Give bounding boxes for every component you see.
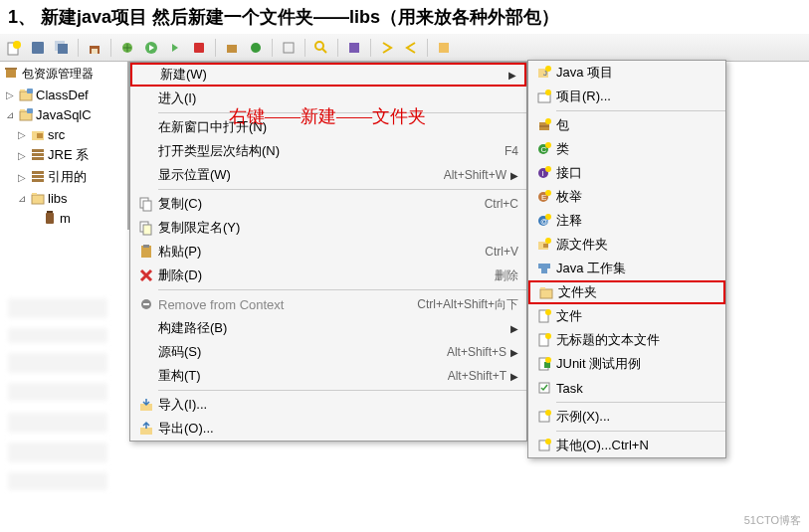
expander-icon[interactable]: ▷: [16, 150, 28, 161]
svg-point-76: [545, 309, 551, 315]
new-icon[interactable]: [4, 38, 24, 58]
context-menu-item[interactable]: 导入(I)...: [130, 393, 526, 417]
svg-rect-29: [32, 149, 44, 152]
context-menu-item[interactable]: 构建路径(B)▶: [130, 316, 526, 340]
context-menu-item[interactable]: Remove from ContextCtrl+Alt+Shift+向下: [130, 292, 526, 316]
ws-icon: [532, 260, 556, 277]
blank-icon: [134, 343, 158, 361]
svg-rect-40: [143, 225, 151, 235]
tree-item[interactable]: m: [0, 208, 127, 228]
submenu-item[interactable]: 无标题的文本文件: [528, 328, 725, 352]
context-menu-item[interactable]: 源码(S)Alt+Shift+S▶: [130, 340, 526, 364]
expander-icon[interactable]: ⊿: [16, 193, 28, 204]
prev-annotation-icon[interactable]: [401, 38, 421, 58]
svg-point-1: [13, 41, 21, 49]
tree-item[interactable]: ⊿JavaSqlC: [0, 104, 127, 124]
open-type-icon[interactable]: [279, 38, 299, 58]
save-icon[interactable]: [28, 38, 48, 58]
chevron-right-icon: ▶: [510, 371, 518, 382]
save-all-icon[interactable]: [52, 38, 72, 58]
context-menu-item[interactable]: 打开类型层次结构(N)F4: [130, 139, 526, 163]
menu-shortcut: Ctrl+C: [485, 197, 518, 211]
file-icon: [532, 307, 556, 325]
context-menu-item[interactable]: 在新窗口中打开(N): [130, 115, 526, 139]
submenu-item-label: 其他(O)...Ctrl+N: [556, 437, 717, 454]
svg-rect-36: [47, 211, 53, 213]
svg-point-49: [545, 66, 551, 72]
submenu-item-label: 枚举: [556, 188, 717, 206]
context-menu-item[interactable]: 删除(D)删除: [130, 264, 526, 287]
submenu-item-label: 文件夹: [558, 283, 715, 301]
submenu-item[interactable]: 项目(R)...: [528, 85, 725, 108]
menu-shortcut: F4: [505, 144, 518, 158]
new-class-icon[interactable]: [246, 38, 266, 58]
ext-tools-icon[interactable]: [189, 38, 209, 58]
next-annotation-icon[interactable]: [377, 38, 397, 58]
svg-rect-42: [143, 245, 149, 248]
svg-rect-46: [140, 428, 152, 435]
tree-item[interactable]: ⊿libs: [0, 188, 127, 208]
submenu-item[interactable]: Task: [528, 376, 725, 400]
context-menu-item[interactable]: 复制(C)Ctrl+C: [130, 192, 526, 216]
svg-rect-18: [5, 68, 17, 70]
context-menu-item[interactable]: 粘贴(P)Ctrl+V: [130, 240, 526, 264]
blank-icon: [134, 319, 158, 337]
submenu-item[interactable]: Java 工作集: [528, 257, 725, 280]
submenu-item[interactable]: 文件: [528, 304, 725, 328]
expander-icon[interactable]: ⊿: [4, 109, 16, 120]
search-icon[interactable]: [311, 38, 331, 58]
context-menu-item[interactable]: 进入(I): [130, 87, 526, 110]
submenu-item[interactable]: @注释: [528, 209, 725, 233]
context-menu-item[interactable]: 复制限定名(Y): [130, 216, 526, 240]
expander-icon[interactable]: ▷: [4, 89, 16, 100]
gen-icon[interactable]: [434, 38, 454, 58]
build-icon[interactable]: [85, 38, 104, 58]
copy-q-icon: [134, 219, 158, 237]
context-menu-item[interactable]: 新建(W)▶: [130, 63, 526, 87]
svg-line-14: [322, 49, 326, 53]
separator-icon: [304, 39, 305, 57]
submenu-item[interactable]: 其他(O)...Ctrl+N: [528, 434, 725, 457]
tree-item[interactable]: ▷JRE 系: [0, 144, 127, 166]
submenu-item[interactable]: C类: [528, 137, 725, 161]
menu-item-label: 粘贴(P): [158, 243, 469, 261]
tree-item[interactable]: ▷引用的: [0, 166, 127, 188]
run-icon[interactable]: [141, 38, 161, 58]
submenu-item[interactable]: 示例(X)...: [528, 405, 725, 429]
svg-rect-68: [543, 244, 548, 248]
task-icon[interactable]: [344, 38, 364, 58]
submenu-item[interactable]: I接口: [528, 161, 725, 185]
expander-icon[interactable]: ▷: [16, 129, 28, 140]
tree-item-label: JRE 系: [48, 146, 89, 164]
tree-item-label: src: [48, 127, 65, 142]
chevron-right-icon: ▶: [508, 70, 516, 81]
blank-icon: [134, 89, 158, 107]
debug-icon[interactable]: [117, 38, 137, 58]
tree-item[interactable]: ▷ClassDef: [0, 85, 127, 104]
expander-icon[interactable]: ▷: [16, 172, 28, 183]
project-icon: [18, 87, 34, 102]
submenu-item[interactable]: E枚举: [528, 185, 725, 209]
context-menu-item[interactable]: 显示位置(W)Alt+Shift+W▶: [130, 163, 526, 187]
menu-item-label: 复制(C): [158, 195, 469, 213]
tree-item[interactable]: ▷src: [0, 124, 127, 144]
submenu-item[interactable]: 文件夹: [528, 280, 725, 304]
project-icon: [18, 106, 34, 122]
credits-text: 51CTO博客: [744, 513, 801, 528]
run-last-icon[interactable]: [165, 38, 185, 58]
submenu-item[interactable]: JUnit 测试用例: [528, 352, 725, 376]
interface-icon: I: [532, 164, 556, 182]
svg-rect-24: [27, 108, 33, 113]
chevron-right-icon: ▶: [510, 170, 518, 181]
context-menu-item[interactable]: 重构(T)Alt+Shift+T▶: [130, 364, 526, 388]
svg-rect-80: [544, 362, 550, 368]
new-package-icon[interactable]: [222, 38, 242, 58]
chevron-right-icon: ▶: [510, 323, 518, 334]
submenu-item[interactable]: 包: [528, 113, 725, 137]
svg-point-78: [545, 333, 551, 339]
submenu-item[interactable]: JJava 项目: [528, 61, 725, 85]
context-menu-item[interactable]: 导出(O)...: [130, 417, 526, 441]
submenu-item-label: 源文件夹: [556, 236, 717, 254]
submenu-item[interactable]: 源文件夹: [528, 233, 725, 257]
export-icon: [134, 420, 158, 438]
